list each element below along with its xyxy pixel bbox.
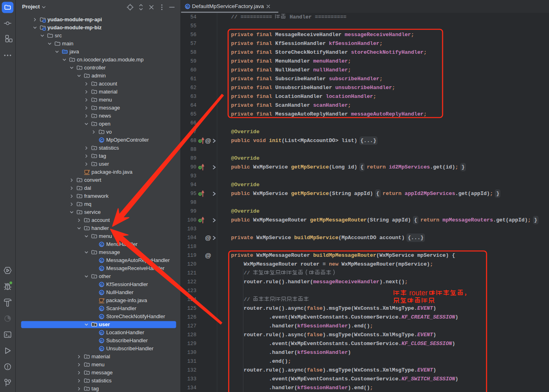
- svg-text:router: router: [409, 289, 428, 297]
